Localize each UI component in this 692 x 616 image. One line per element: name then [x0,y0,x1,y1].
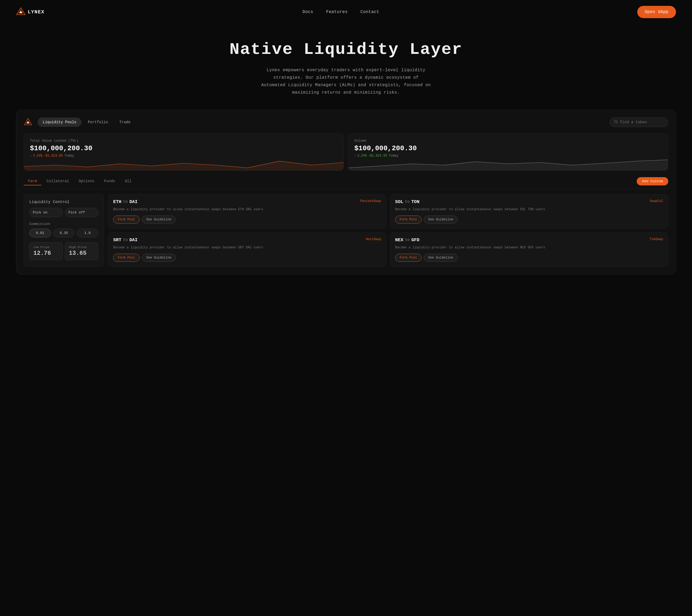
app-logo-icon [24,118,32,127]
pick-off-select[interactable]: Pick off [65,208,98,217]
pick-on-select[interactable]: Pick on [29,208,63,217]
filter-collateral[interactable]: Collateral [42,177,74,185]
pool-from-0: ETH [113,199,122,204]
tvl-value: $100,000,200.30 [30,144,338,152]
pool-dex-3: TomSwap [650,238,663,241]
filter-farm[interactable]: Farm [24,177,41,185]
tvl-chart [24,156,343,171]
app-logo-tabs: Liquidity Pools Portfolio Trade [24,118,135,127]
high-price-box: High Price 13.65 [65,242,98,260]
low-price-value: 12.76 [34,250,59,257]
commission-btn-035[interactable]: 0.35 [53,229,75,238]
form-pool-button-0[interactable]: Form Pool [113,216,140,224]
open-dapp-button[interactable]: Open dApp [637,6,676,18]
pools-grid: ETH to DAI PancakeSwap Become a liquidit… [108,194,668,267]
svg-line-7 [617,123,618,124]
hero-section: Native Liquidity Layer Lynex empowers ev… [0,24,692,110]
nav-docs[interactable]: Docs [302,9,313,15]
pool-header-1: SOL to TON SwapCol [395,199,663,204]
nav-contact[interactable]: Contact [360,9,379,15]
commission-btn-001[interactable]: 0.01 [29,229,51,238]
hero-description: Lynex empowers everyday traders with exp… [260,66,432,96]
filter-funds[interactable]: Funds [100,177,119,185]
high-price-label: High Price [69,246,94,249]
stats-row: Total Value Locked (TVL) $100,000,200.30… [24,133,668,171]
app-card: Liquidity Pools Portfolio Trade Total Va… [16,110,676,274]
see-guideline-button-2[interactable]: See Guideline [142,254,176,262]
logo-text: LYNEX [28,9,45,15]
pool-title-2: SRT to DAI [113,238,138,242]
see-guideline-button-0[interactable]: See Guideline [142,216,176,224]
pool-card-3: NEX to GFD TomSwap Become a liquidity pr… [390,233,668,267]
search-input[interactable] [620,120,664,124]
pool-dex-2: NexiSwap [366,238,381,241]
high-price-value: 13.65 [69,250,94,257]
low-price-box: Low Price 12.76 [29,242,63,260]
filter-all[interactable]: All [120,177,135,185]
logo-icon [16,7,26,17]
pool-desc-1: Become a liquidity provider to allow ins… [395,207,663,212]
pool-card-0: ETH to DAI PancakeSwap Become a liquidit… [108,194,386,229]
pool-to-word-3: to [405,238,410,242]
see-guideline-button-1[interactable]: See Guideline [424,216,458,224]
commission-label: Commission [29,222,98,226]
liquidity-control-panel: Liquidity Control Pick on Pick off Commi… [24,194,104,267]
pool-to-3: GFD [412,238,420,242]
pool-desc-0: Become a liquidity provider to allow ins… [113,207,381,212]
pool-card-1: SOL to TON SwapCol Become a liquidity pr… [390,194,668,229]
pool-actions-1: Form Pool See Guideline [395,216,663,224]
pool-desc-2: Become a liquidity provider to allow ins… [113,245,381,250]
navbar: LYNEX Docs Features Contact Open dApp [0,0,692,24]
add-custom-button[interactable]: Add Custom [637,177,668,185]
filter-options[interactable]: Options [75,177,99,185]
tab-trade[interactable]: Trade [114,118,135,127]
pick-on-wrapper: Pick on [29,208,63,217]
pool-title-3: NEX to GFD [395,238,419,242]
app-header: Liquidity Pools Portfolio Trade [24,117,668,127]
main-content: Liquidity Control Pick on Pick off Commi… [24,194,668,267]
commission-btn-10[interactable]: 1.0 [77,229,98,238]
form-pool-button-1[interactable]: Form Pool [395,216,422,224]
low-price-label: Low Price [34,246,59,249]
lc-title: Liquidity Control [29,200,98,204]
filter-row: Farm Collateral Options Funds All Add Cu… [24,177,668,189]
search-icon [614,120,618,125]
pool-actions-3: Form Pool See Guideline [395,254,663,262]
app-tabs: Liquidity Pools Portfolio Trade [38,118,135,127]
pool-dex-1: SwapCol [650,199,663,203]
pool-header-2: SRT to DAI NexiSwap [113,238,381,242]
price-row: Low Price 12.76 High Price 13.65 [29,242,98,260]
tvl-card: Total Value Locked (TVL) $100,000,200.30… [24,133,344,171]
pool-header-0: ETH to DAI PancakeSwap [113,199,381,204]
pool-from-2: SRT [113,238,122,242]
search-box [609,117,668,127]
pool-title-0: ETH to DAI [113,199,138,204]
volume-chart [349,156,668,171]
nav-links: Docs Features Contact [302,9,379,15]
tab-portfolio[interactable]: Portfolio [83,118,113,127]
pool-desc-3: Become a liquidity provider to allow ins… [395,245,663,250]
lc-dropdowns: Pick on Pick off [29,208,98,217]
pool-card-2: SRT to DAI NexiSwap Become a liquidity p… [108,233,386,267]
pool-to-word-2: to [123,238,128,242]
commission-buttons: 0.01 0.35 1.0 [29,229,98,238]
volume-value: $100,000,200.30 [354,144,662,152]
pool-to-1: TON [412,199,420,204]
pool-header-3: NEX to GFD TomSwap [395,238,663,242]
filter-tabs: Farm Collateral Options Funds All [24,177,136,185]
pool-to-0: DAI [129,199,138,204]
volume-card: Volume $100,000,200.30 ↑ 3.24% -$1,023.9… [348,133,668,171]
pool-actions-0: Form Pool See Guideline [113,216,381,224]
pick-off-wrapper: Pick off [65,208,98,217]
hero-title: Native Liquidity Layer [5,40,687,59]
form-pool-button-2[interactable]: Form Pool [113,254,140,262]
pool-to-word-1: to [405,200,410,204]
nav-features[interactable]: Features [326,9,348,15]
tab-liquidity-pools[interactable]: Liquidity Pools [38,118,81,127]
pool-from-3: NEX [395,238,403,242]
pool-to-2: DAI [129,238,138,242]
logo: LYNEX [16,7,45,17]
see-guideline-button-3[interactable]: See Guideline [424,254,458,262]
form-pool-button-3[interactable]: Form Pool [395,254,422,262]
pool-actions-2: Form Pool See Guideline [113,254,381,262]
